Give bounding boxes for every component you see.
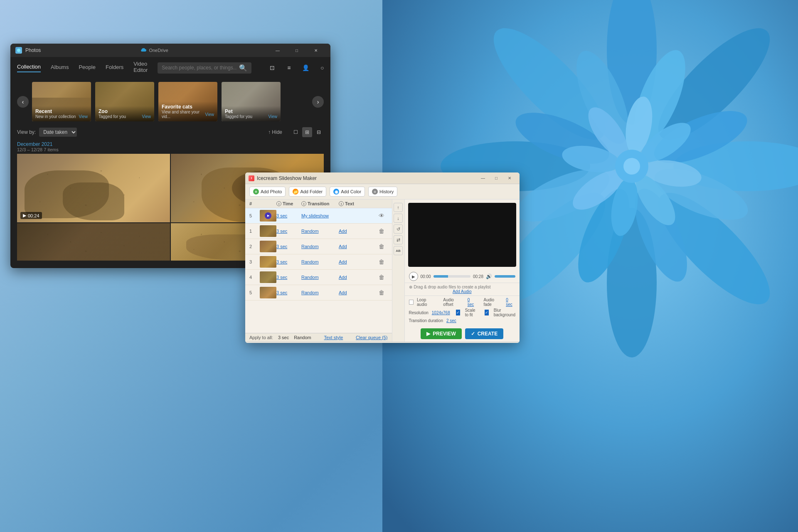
transition-val[interactable]: 2 sec xyxy=(446,318,456,323)
row-1-trans[interactable]: Random xyxy=(301,229,339,234)
row-3-time[interactable]: 3 sec xyxy=(276,259,301,264)
row-1-action[interactable]: 🗑 xyxy=(375,228,388,234)
nav-video-editor[interactable]: Video Editor xyxy=(133,61,148,75)
ss-titlebar: I Icecream Slideshow Maker — □ ✕ xyxy=(245,172,520,184)
album-zoo-view[interactable]: View xyxy=(142,114,151,119)
row-4-time[interactable]: 3 sec xyxy=(276,275,301,280)
date-month: December 2021 xyxy=(17,141,324,147)
row-2-trans[interactable]: Random xyxy=(301,244,339,249)
row-3-action[interactable]: 🗑 xyxy=(375,259,388,265)
strip-prev-btn[interactable]: ‹ xyxy=(17,96,29,108)
apply-time-val[interactable]: 3 sec xyxy=(278,335,289,340)
loop-audio-checkbox[interactable] xyxy=(409,300,414,305)
people-icon[interactable]: 👤 xyxy=(300,62,311,74)
queue-loop-btn[interactable]: ↺ xyxy=(394,224,403,234)
album-recent-view[interactable]: View xyxy=(79,114,88,119)
nav-people[interactable]: People xyxy=(79,64,95,72)
album-cats-sub-row: View and share your vid... View xyxy=(162,110,214,119)
ss-minimize-btn[interactable]: — xyxy=(476,172,490,184)
view-mode-detail[interactable]: ⊟ xyxy=(314,127,324,137)
nav-albums[interactable]: Albums xyxy=(51,64,69,72)
history-btn[interactable]: ≡ History xyxy=(368,187,397,197)
hide-btn[interactable]: ↑ Hide xyxy=(268,129,282,135)
album-recent[interactable]: Recent New in your collection View xyxy=(32,82,91,121)
row-2-time[interactable]: 3 sec xyxy=(276,244,301,249)
ss-progress-bar[interactable] xyxy=(433,275,470,278)
ss-play-btn[interactable]: ▶ xyxy=(409,272,418,281)
add-folder-btn[interactable]: 📁 Add Folder xyxy=(289,187,326,197)
search-input[interactable] xyxy=(162,65,236,71)
photo-cheetahs-video[interactable]: ▶ 00:24 xyxy=(17,154,170,222)
queue-row-1[interactable]: 1 3 sec Random Add 🗑 xyxy=(245,224,392,239)
queue-flip-btn[interactable]: ⇄ xyxy=(394,235,403,244)
video-duration-badge: ▶ 00:24 xyxy=(20,212,42,219)
row-4-text[interactable]: Add xyxy=(339,275,375,280)
ss-close-btn[interactable]: ✕ xyxy=(503,172,516,184)
preview-btn[interactable]: ▶ PREVIEW xyxy=(421,328,461,339)
clear-queue-link[interactable]: Clear queue (5) xyxy=(356,335,387,340)
filter-icon[interactable]: ≡ xyxy=(283,62,295,74)
row-3-trans[interactable]: Random xyxy=(301,259,339,264)
queue-row-5-last[interactable]: 5 3 sec Random Add 🗑 xyxy=(245,285,392,300)
photos-close-btn[interactable]: ✕ xyxy=(306,44,325,57)
queue-up-btn[interactable]: ↑ xyxy=(394,203,403,212)
queue-row-2[interactable]: 2 3 sec Random Add 🗑 xyxy=(245,239,392,254)
account-icon[interactable]: ○ xyxy=(316,62,328,74)
album-cats-view[interactable]: View xyxy=(205,112,214,117)
queue-ab-btn[interactable]: AB xyxy=(394,246,403,255)
trash-icon-1: 🗑 xyxy=(379,228,384,234)
row-5-last-text[interactable]: Add xyxy=(339,290,375,295)
add-audio-link[interactable]: Add Audio xyxy=(409,289,515,294)
audio-fade-val[interactable]: 0 sec xyxy=(506,298,515,307)
photo-leopard[interactable] xyxy=(17,223,170,261)
row-5-last-action[interactable]: 🗑 xyxy=(375,289,388,296)
queue-row-5-current[interactable]: 5 ▶ 3 sec My slideshow 👁 xyxy=(245,208,392,224)
album-pet-view[interactable]: View xyxy=(268,114,278,119)
nav-folders[interactable]: Folders xyxy=(106,64,123,72)
row-5-last-time[interactable]: 3 sec xyxy=(276,290,301,295)
ss-maximize-btn[interactable]: □ xyxy=(490,172,503,184)
photos-maximize-btn[interactable]: □ xyxy=(287,44,306,57)
add-photo-btn[interactable]: + Add Photo xyxy=(249,187,286,197)
date-section: December 2021 12/3 – 12/28 7 items xyxy=(10,140,330,154)
share-icon[interactable]: ⊡ xyxy=(266,62,278,74)
apply-text-style-link[interactable]: Text style xyxy=(324,335,343,340)
create-btn[interactable]: ✓ CREATE xyxy=(465,328,503,339)
album-pet[interactable]: Pet Tagged for you View xyxy=(222,82,281,121)
ss-progress-fill xyxy=(433,275,448,278)
queue-row-3[interactable]: 3 3 sec Random Add 🗑 xyxy=(245,254,392,270)
queue-row-4[interactable]: 4 3 sec Random Add 🗑 xyxy=(245,270,392,285)
row-2-action[interactable]: 🗑 xyxy=(375,243,388,250)
row-3-text[interactable]: Add xyxy=(339,259,375,264)
album-zoo[interactable]: Zoo Tagged for you View xyxy=(95,82,154,121)
blur-bg-check[interactable]: ✓ xyxy=(485,310,489,315)
row-5-trans[interactable]: My slideshow xyxy=(301,213,339,218)
row-4-action[interactable]: 🗑 xyxy=(375,274,388,281)
ss-window-controls: — □ ✕ xyxy=(476,172,516,184)
scale-to-fit-check[interactable]: ✓ xyxy=(456,310,460,315)
queue-down-btn[interactable]: ↓ xyxy=(394,214,403,223)
col-trans-label: Transition xyxy=(308,201,330,206)
row-4-trans[interactable]: Random xyxy=(301,275,339,280)
onedrive-label: OneDrive xyxy=(149,48,168,53)
row-1-text[interactable]: Add xyxy=(339,229,375,234)
apply-transition-val[interactable]: Random xyxy=(294,335,311,340)
resolution-val[interactable]: 1024x768 xyxy=(432,310,450,315)
photos-minimize-btn[interactable]: — xyxy=(268,44,287,57)
strip-next-btn[interactable]: › xyxy=(312,96,324,108)
row-5-time[interactable]: 3 sec xyxy=(276,213,301,218)
album-favorite-cats[interactable]: Favorite cats View and share your vid...… xyxy=(158,82,217,121)
album-recent-name: Recent xyxy=(35,108,88,114)
nav-collection[interactable]: Collection xyxy=(17,64,41,72)
row-2-text[interactable]: Add xyxy=(339,244,375,249)
volume-icon[interactable]: 🔊 xyxy=(486,273,492,279)
add-color-btn[interactable]: ◉ Add Color xyxy=(330,187,365,197)
view-mode-grid[interactable]: ⊞ xyxy=(302,127,312,137)
audio-offset-val[interactable]: 0 sec xyxy=(468,298,477,307)
view-mode-single[interactable]: ☐ xyxy=(291,127,300,137)
ss-vol-bar[interactable] xyxy=(495,275,515,278)
row-5-action[interactable]: 👁 xyxy=(375,212,388,219)
row-5-last-trans[interactable]: Random xyxy=(301,290,339,295)
view-by-select[interactable]: Date taken xyxy=(39,128,77,137)
row-1-time[interactable]: 3 sec xyxy=(276,229,301,234)
